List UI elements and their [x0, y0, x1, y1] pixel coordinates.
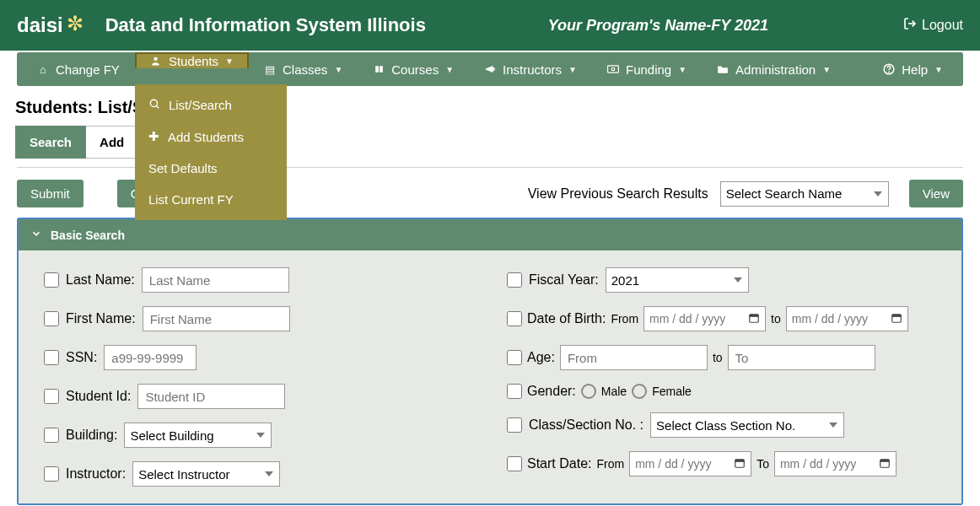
nav-help[interactable]: Help ▼ — [868, 52, 958, 86]
chevron-down-icon — [30, 228, 42, 242]
nav-label: Courses — [391, 62, 439, 77]
nav-classes[interactable]: ▤ Classes ▼ — [249, 52, 358, 86]
logout-label: Logout — [922, 18, 963, 33]
daisy-icon — [67, 14, 89, 36]
start-date-from-input[interactable]: mm / dd / yyyy — [629, 451, 751, 476]
field-label: Building: — [66, 428, 117, 443]
checkbox-first-name[interactable] — [44, 311, 59, 326]
checkbox-ssn[interactable] — [44, 350, 59, 365]
nav-courses[interactable]: Courses ▼ — [358, 52, 469, 86]
to-label: to — [713, 351, 723, 364]
instructor-select[interactable]: Select Instructor — [132, 461, 280, 487]
nav-funding[interactable]: Funding ▼ — [592, 52, 702, 86]
tab-search[interactable]: Search — [15, 126, 86, 159]
first-name-input[interactable] — [143, 306, 290, 331]
svg-point-2 — [150, 100, 157, 106]
checkbox-age[interactable] — [507, 350, 522, 365]
logout-button[interactable]: Logout — [903, 17, 963, 34]
nav-label: Funding — [626, 62, 671, 77]
select-search-name[interactable]: Select Search Name — [720, 181, 889, 207]
svg-point-5 — [611, 67, 615, 71]
last-name-input[interactable] — [142, 267, 289, 293]
nav-change-fy[interactable]: ⌂ Change FY — [22, 52, 135, 86]
ssn-input[interactable] — [104, 345, 197, 370]
date-placeholder: mm / dd / yyyy — [649, 312, 725, 326]
checkbox-instructor[interactable] — [44, 466, 59, 482]
building-select[interactable]: Select Building — [124, 423, 272, 448]
radio-male[interactable] — [581, 384, 596, 399]
field-fiscal-year: Fiscal Year: 2021 — [507, 267, 936, 293]
dropdown-list-search[interactable]: List/Search — [135, 89, 287, 121]
nav-students[interactable]: Students ▼ — [135, 52, 249, 68]
checkbox-building[interactable] — [44, 428, 59, 443]
col-right: Fiscal Year: 2021 Date of Birth: From mm… — [507, 267, 936, 487]
panel-toggle[interactable]: Basic Search — [19, 219, 961, 250]
field-label: First Name: — [66, 311, 136, 326]
nav-label: Classes — [283, 62, 327, 77]
svg-point-7 — [889, 72, 890, 73]
field-label: Gender: — [527, 384, 576, 399]
radio-label: Male — [601, 385, 627, 398]
checkbox-dob[interactable] — [507, 311, 522, 326]
folder-icon — [717, 63, 729, 75]
field-label: Class/Section No. : — [529, 417, 643, 433]
dropdown-set-defaults[interactable]: Set Defaults — [135, 153, 287, 184]
field-dob: Date of Birth: From mm / dd / yyyy to mm… — [507, 306, 936, 331]
dropdown-list-current-fy[interactable]: List Current FY — [135, 184, 287, 215]
checkbox-class-section[interactable] — [507, 417, 522, 433]
nav-label: Help — [902, 62, 928, 77]
start-date-to-input[interactable]: mm / dd / yyyy — [774, 451, 897, 476]
field-last-name: Last Name: — [44, 267, 473, 293]
svg-rect-15 — [880, 459, 890, 461]
field-label: Start Date: — [527, 456, 591, 471]
dropdown-label: List/Search — [169, 98, 232, 112]
checkbox-start-date[interactable] — [507, 456, 522, 471]
to-label: to — [771, 312, 781, 326]
view-button[interactable]: View — [909, 180, 963, 207]
checkbox-last-name[interactable] — [44, 272, 59, 288]
field-label: Instructor: — [66, 466, 126, 482]
from-label: From — [596, 457, 624, 471]
age-to-input[interactable] — [728, 345, 875, 370]
radio-female[interactable] — [632, 384, 647, 399]
tab-add[interactable]: Add — [86, 126, 138, 159]
svg-rect-9 — [750, 314, 759, 316]
nav-instructors[interactable]: Instructors ▼ — [469, 52, 592, 86]
checkbox-gender[interactable] — [507, 384, 522, 399]
student-id-input[interactable] — [137, 384, 285, 409]
checkbox-fiscal-year[interactable] — [507, 272, 522, 288]
field-building: Building: Select Building — [44, 423, 473, 448]
basic-search-panel: Basic Search Last Name: First Name: SSN: — [17, 218, 963, 505]
app-logo: daisi — [17, 13, 89, 37]
chevron-down-icon: ▼ — [568, 65, 577, 74]
submit-button[interactable]: Submit — [17, 180, 83, 207]
field-label: Date of Birth: — [527, 311, 606, 326]
nav-label: Instructors — [503, 62, 562, 77]
students-dropdown: List/Search ✚ Add Students Set Defaults … — [135, 84, 287, 220]
dob-to-input[interactable]: mm / dd / yyyy — [786, 306, 908, 331]
dropdown-label: Set Defaults — [148, 161, 218, 175]
age-from-input[interactable] — [560, 345, 708, 370]
header-program-name: Your Program's Name-FY 2021 — [548, 17, 768, 35]
field-label: Fiscal Year: — [529, 272, 599, 288]
date-placeholder: mm / dd / yyyy — [780, 457, 856, 471]
class-section-select[interactable]: Select Class Section No. — [650, 412, 844, 438]
dropdown-add-students[interactable]: ✚ Add Students — [135, 121, 287, 153]
date-placeholder: mm / dd / yyyy — [792, 312, 868, 326]
checkbox-student-id[interactable] — [44, 389, 59, 404]
chevron-down-icon: ▼ — [934, 65, 943, 74]
svg-rect-4 — [608, 66, 619, 73]
dob-from-input[interactable]: mm / dd / yyyy — [643, 306, 766, 331]
chevron-down-icon: ▼ — [678, 65, 687, 74]
chevron-down-icon: ▼ — [445, 65, 454, 74]
chevron-down-icon: ▼ — [334, 65, 342, 74]
logout-icon — [903, 17, 917, 34]
to-label: To — [757, 457, 769, 471]
plus-icon: ✚ — [148, 129, 159, 144]
fiscal-year-select[interactable]: 2021 — [606, 267, 749, 293]
svg-rect-11 — [891, 314, 901, 316]
field-ssn: SSN: — [44, 345, 473, 370]
from-label: From — [611, 312, 638, 326]
nav-administration[interactable]: Administration ▼ — [702, 52, 846, 86]
chevron-down-icon: ▼ — [225, 57, 234, 66]
